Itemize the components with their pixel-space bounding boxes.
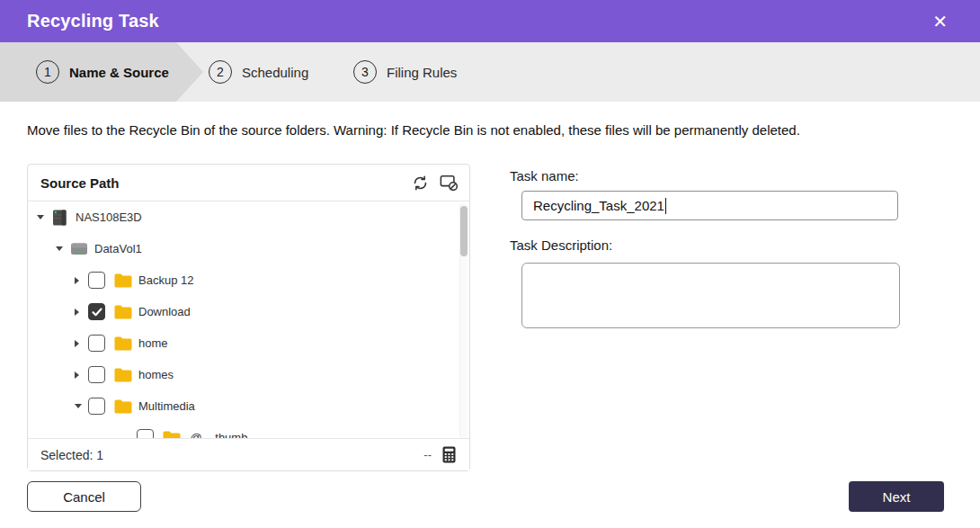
step-number-badge: 1 [36, 60, 59, 84]
folder-icon [113, 304, 133, 320]
volume-icon [69, 240, 89, 258]
expander-icon[interactable] [56, 246, 69, 251]
next-button[interactable]: Next [849, 481, 944, 512]
cancel-button[interactable]: Cancel [27, 481, 141, 512]
tree-label: NAS108E3D [76, 210, 142, 224]
tree-label: Multimedia [138, 399, 195, 413]
task-name-label: Task name: [510, 168, 579, 183]
wizard-stepbar: 1 Name & Source 2 Scheduling 3 Filing Ru… [0, 42, 980, 102]
warning-text: Move files to the Recycle Bin of the sou… [27, 122, 800, 138]
folder-icon [113, 367, 133, 383]
expander-icon[interactable] [75, 404, 88, 408]
folder-icon [113, 398, 133, 416]
close-icon[interactable]: ✕ [927, 9, 953, 34]
expander-icon[interactable] [75, 371, 88, 379]
checkbox[interactable] [88, 303, 105, 320]
step-label: Filing Rules [387, 65, 457, 80]
deselect-all-icon[interactable] [439, 173, 459, 192]
tree-row[interactable]: NAS108E3D [28, 201, 469, 233]
source-path-title: Source Path [40, 175, 120, 191]
dialog-header: Recycling Task ✕ [0, 0, 980, 42]
tree-label: DataVol1 [94, 242, 142, 255]
folder-icon [113, 273, 133, 289]
text-cursor [665, 198, 667, 214]
tree-row[interactable]: Multimedia [28, 390, 469, 422]
expander-icon[interactable] [75, 309, 88, 316]
checkbox[interactable] [88, 335, 105, 352]
calculated-size-value: -- [423, 448, 432, 461]
nas-device-icon [50, 209, 68, 227]
tree-label: Backup 12 [138, 273, 193, 287]
volume-icon [69, 241, 89, 256]
tree-label: Download [138, 305, 191, 318]
source-path-footer: Selected: 1 -- [28, 438, 469, 470]
tree-row[interactable]: DataVol1 [28, 233, 469, 264]
checkbox[interactable] [88, 366, 105, 383]
task-description-label: Task Description: [510, 237, 612, 253]
selected-count: Selected: 1 [40, 448, 103, 462]
task-description-input[interactable] [521, 263, 900, 328]
tree-row[interactable]: Backup 12 [28, 264, 469, 296]
source-tree: NAS108E3D DataVol1 Backup 12 Download ho… [28, 201, 469, 440]
refresh-icon[interactable] [410, 173, 430, 192]
checkbox[interactable] [88, 272, 105, 289]
expander-icon[interactable] [37, 215, 50, 219]
tree-scrollbar-thumb[interactable] [460, 206, 468, 256]
folder-icon [113, 398, 133, 415]
tree-row[interactable]: homes [28, 359, 469, 390]
step-label: Name & Source [69, 65, 169, 80]
tab-scheduling[interactable]: 2 Scheduling [209, 42, 308, 102]
folder-icon [113, 272, 133, 290]
dialog-title: Recycling Task [27, 11, 159, 31]
task-name-input[interactable]: Recycling_Task_2021 [521, 191, 898, 220]
task-name-value: Recycling_Task_2021 [533, 198, 664, 213]
expander-icon[interactable] [75, 277, 88, 284]
folder-icon [113, 303, 133, 321]
source-path-header: Source Path [28, 165, 469, 201]
calculator-icon[interactable] [439, 445, 459, 465]
step-number-badge: 3 [353, 60, 377, 84]
tab-name-and-source[interactable]: 1 Name & Source [36, 42, 169, 102]
step-label: Scheduling [242, 65, 308, 80]
tree-row[interactable]: home [28, 327, 469, 359]
checkbox[interactable] [88, 398, 105, 415]
tree-row[interactable]: Download [28, 296, 469, 327]
recycling-task-dialog: Recycling Task ✕ 1 Name & Source 2 Sched… [0, 0, 980, 528]
tab-filing-rules[interactable]: 3 Filing Rules [353, 42, 457, 102]
tree-label: homes [138, 368, 174, 381]
tree-label: home [138, 336, 168, 350]
folder-icon [113, 336, 133, 352]
expander-icon[interactable] [75, 340, 88, 347]
nas-icon [50, 209, 70, 227]
source-path-panel: Source Path [27, 164, 470, 471]
tree-row[interactable]: .@__thumb [28, 422, 469, 440]
folder-icon [113, 366, 133, 384]
step-number-badge: 2 [209, 60, 232, 84]
folder-icon [113, 335, 133, 353]
